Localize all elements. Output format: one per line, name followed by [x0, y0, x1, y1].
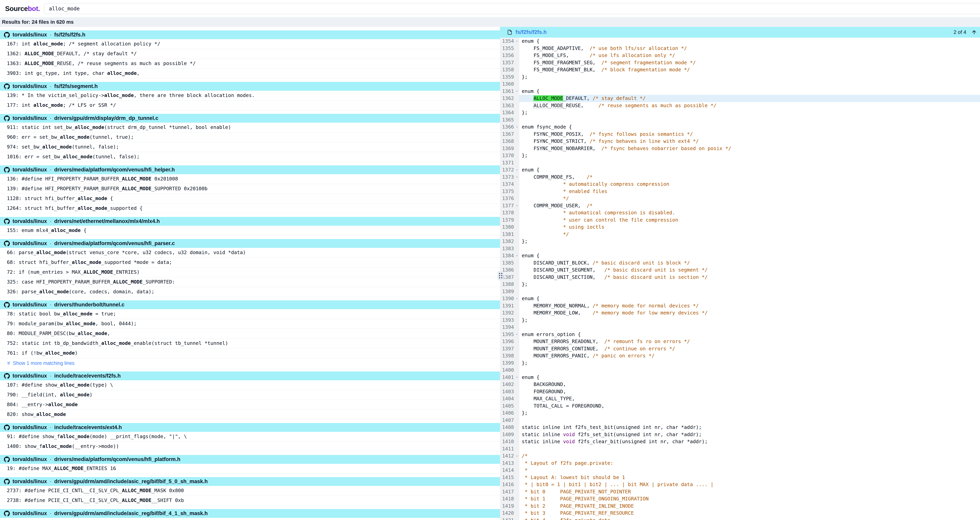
- fold-toggle[interactable]: [515, 202, 519, 210]
- match-line-row[interactable]: 3903: int gc_type, int type, char alloc_…: [0, 68, 500, 78]
- match-line-row[interactable]: 974: set_bw_alloc_mode(tunnel, false);: [0, 142, 500, 152]
- file-path: fs/f2fs/f2fs.h: [54, 32, 86, 38]
- gutter: 1382: [500, 238, 519, 245]
- fold-toggle[interactable]: [515, 166, 519, 173]
- fold-spacer: [515, 59, 519, 67]
- fold-toggle[interactable]: [515, 452, 519, 460]
- result-group-header[interactable]: torvalds/linux·include/trace/events/f2fs…: [0, 372, 500, 380]
- result-group-header[interactable]: torvalds/linux·drivers/gpu/drm/display/d…: [0, 114, 500, 122]
- match-line-row[interactable]: 155: enum mlx4_alloc_mode {: [0, 226, 500, 235]
- match-line-row[interactable]: 107: #define show_alloc_mode(type) \: [0, 380, 500, 390]
- result-group-header[interactable]: torvalds/linux·drivers/media/platform/qc…: [0, 455, 500, 464]
- match-line-row[interactable]: 1128: struct hfi_buffer_alloc_mode {: [0, 194, 500, 204]
- line-number: 1420: [500, 510, 515, 517]
- match-line-row[interactable]: 19: #define MAX_ALLOC_MODE_ENTRIES 16: [0, 464, 500, 474]
- match-line-row[interactable]: 1400: show_falloc_mode(__entry->mode)): [0, 442, 500, 452]
- match-line-row[interactable]: 139: * In the victim_sel_policy->alloc_m…: [0, 91, 500, 100]
- match-line-row[interactable]: 79: module_param(bw_alloc_mode, bool, 04…: [0, 319, 500, 329]
- fold-toggle[interactable]: [515, 252, 519, 259]
- line-number: 1403: [500, 388, 515, 395]
- result-group: torvalds/linux·include/trace/events/ext4…: [0, 423, 500, 452]
- fold-toggle[interactable]: [515, 374, 519, 381]
- fold-spacer: [515, 460, 519, 467]
- match-line-row[interactable]: 326: parse_alloc_mode(core, codecs, doma…: [0, 287, 500, 297]
- match-line-row[interactable]: 911: static int set_bw_alloc_mode(struct…: [0, 122, 500, 132]
- match-line-row[interactable]: 2738: #define PCIE_CI_CNTL__CI_SLV_CPL_A…: [0, 496, 500, 506]
- file-path: drivers/gpu/drm/amd/include/asic_reg/bif…: [54, 510, 208, 517]
- match-line-row[interactable]: 1363: ALLOC_MODE_REUSE, /* reuse segment…: [0, 59, 500, 68]
- fold-toggle[interactable]: [515, 173, 519, 181]
- code-line: 1374 * automatically compress compressio…: [500, 181, 980, 188]
- match-line-row[interactable]: 177: int alloc_mode; /* LFS or SSR */: [0, 100, 500, 110]
- line-number: 1360: [500, 81, 515, 88]
- match-line-row[interactable]: 139: #define HFI_PROPERTY_PARAM_BUFFER_A…: [0, 184, 500, 194]
- result-group-header[interactable]: torvalds/linux·fs/f2fs/f2fs.h: [0, 30, 500, 39]
- arrow-up-icon: [971, 29, 977, 35]
- match-line-row[interactable]: 80: MODULE_PARM_DESC(bw_alloc_mode,: [0, 329, 500, 339]
- fold-spacer: [515, 445, 519, 453]
- match-line-row[interactable]: 2151: #define PCIE_CI_CNTL__CI_SLV_CPL_A…: [0, 518, 500, 520]
- code-text: static inline int f2fs_test_bit(unsigned…: [519, 424, 980, 431]
- code-text: [519, 324, 980, 331]
- result-group-header[interactable]: torvalds/linux·drivers/gpu/drm/amd/inclu…: [0, 477, 500, 486]
- result-group-header[interactable]: torvalds/linux·drivers/media/platform/qc…: [0, 165, 500, 174]
- separator-dot: ·: [50, 510, 51, 517]
- code-text: MOUNT_ERRORS_READONLY, /* remount fs ro …: [519, 338, 980, 345]
- fold-spacer: [515, 145, 519, 152]
- fold-spacer: [515, 345, 519, 353]
- code-line: 1407: [500, 417, 980, 424]
- match-line-row[interactable]: 91: #define show_falloc_mode(mode) __pri…: [0, 432, 500, 442]
- result-group-header[interactable]: torvalds/linux·fs/f2fs/segment.h: [0, 82, 500, 91]
- match-line-row[interactable]: 804: __entry->alloc_mode: [0, 400, 500, 410]
- code-text: * bit 1 PAGE_PRIVATE_ONGOING_MIGRATION: [519, 495, 980, 503]
- fold-spacer: [515, 216, 519, 224]
- result-group-header[interactable]: torvalds/linux·drivers/gpu/drm/amd/inclu…: [0, 509, 500, 518]
- fold-spacer: [515, 495, 519, 503]
- gutter: 1358: [500, 66, 519, 73]
- gutter: 1408: [500, 424, 519, 431]
- result-group-header[interactable]: torvalds/linux·drivers/net/ethernet/mell…: [0, 217, 500, 226]
- match-line-row[interactable]: 960: err = set_bw_alloc_mode(tunnel, tru…: [0, 132, 500, 142]
- match-line-row[interactable]: 752: static int tb_dp_bandwidth_alloc_mo…: [0, 339, 500, 348]
- line-number: 1373: [500, 173, 515, 181]
- match-line-row[interactable]: 68: struct hfi_buffer_alloc_mode_support…: [0, 258, 500, 267]
- result-group-header[interactable]: torvalds/linux·drivers/thunderbolt/tunne…: [0, 301, 500, 309]
- fold-toggle[interactable]: [515, 331, 519, 338]
- sourcebot-logo[interactable]: Sourcebot.: [5, 5, 40, 13]
- match-line-row[interactable]: 761: if (!bw_alloc_mode): [0, 348, 500, 358]
- show-more-button[interactable]: Show 1 more matching lines: [0, 358, 500, 368]
- match-line-row[interactable]: 72: if (num_entries > MAX_ALLOC_MODE_ENT…: [0, 267, 500, 277]
- preview-file-path[interactable]: fs/f2fs/f2fs.h: [515, 29, 547, 35]
- fold-toggle[interactable]: [515, 88, 519, 95]
- previous-match-button[interactable]: [971, 29, 977, 35]
- fold-spacer: [515, 131, 519, 138]
- match-line-row[interactable]: 78: static bool bw_alloc_mode = true;: [0, 309, 500, 319]
- search-input[interactable]: [44, 3, 980, 14]
- panel-resize-handle[interactable]: [498, 271, 504, 280]
- match-line-row[interactable]: 820: show_alloc_mode: [0, 410, 500, 420]
- fold-toggle[interactable]: [515, 38, 519, 45]
- result-group-header[interactable]: torvalds/linux·drivers/media/platform/qc…: [0, 239, 500, 248]
- result-group-header[interactable]: torvalds/linux·include/trace/events/ext4…: [0, 423, 500, 432]
- match-line-row[interactable]: 167: int alloc_mode; /* segment allocati…: [0, 39, 500, 49]
- line-number: 1370: [500, 152, 515, 159]
- code-text: };: [519, 152, 980, 159]
- line-number: 1375: [500, 188, 515, 195]
- code-text: * bit 0 PAGE_PRIVATE_NOT_POINTER: [519, 488, 980, 496]
- gutter: 1404: [500, 395, 519, 402]
- code-line: 1395enum errors_option {: [500, 331, 980, 338]
- fold-toggle[interactable]: [515, 123, 519, 131]
- code-line: 1409static inline void f2fs_set_bit(unsi…: [500, 431, 980, 438]
- match-line-row[interactable]: 2737: #define PCIE_CI_CNTL__CI_SLV_CPL_A…: [0, 486, 500, 496]
- match-line-row[interactable]: 1362: ALLOC_MODE_DEFAULT, /* stay defaul…: [0, 49, 500, 59]
- match-line-row[interactable]: 325: case HFI_PROPERTY_PARAM_BUFFER_ALLO…: [0, 277, 500, 287]
- match-line-row[interactable]: 66: parse_alloc_mode(struct venus_core *…: [0, 248, 500, 258]
- match-line-row[interactable]: 1016: err = set_bw_alloc_mode(tunnel, fa…: [0, 152, 500, 162]
- match-line-row[interactable]: 1264: struct hfi_buffer_alloc_mode_suppo…: [0, 204, 500, 213]
- file-path: drivers/media/platform/qcom/venus/hfi_he…: [54, 167, 175, 173]
- fold-spacer: [515, 81, 519, 88]
- code-line: 1360: [500, 81, 980, 88]
- fold-toggle[interactable]: [515, 295, 519, 302]
- match-line-row[interactable]: 790: __field(int, alloc_mode): [0, 390, 500, 400]
- match-line-row[interactable]: 136: #define HFI_PROPERTY_PARAM_BUFFER_A…: [0, 174, 500, 184]
